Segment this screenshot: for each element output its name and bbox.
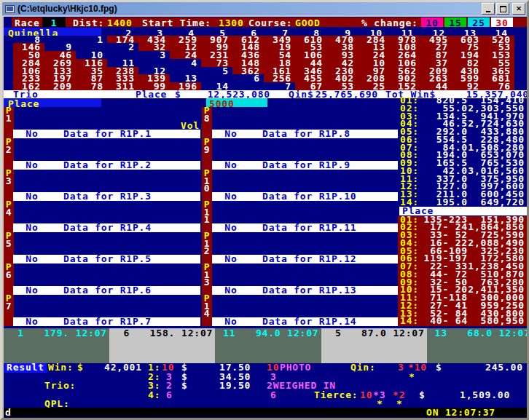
ticker-odds: 179. [24,328,69,338]
app-icon [5,5,15,13]
no-data-strip: No Data for R1P.2 [13,161,200,170]
pool-indicator-bar-12: P12 [202,232,212,264]
ticker-time: 12:07 [493,328,528,338]
race-number: 1 [42,17,66,27]
quinella-matrix: 8117443425990761234961047028497849560352… [4,36,528,91]
no-data-strip: No Data for R1P.12 [212,255,398,264]
ticker-row: 1194.012:07 [215,328,321,338]
place-pool-label: Place [136,90,167,99]
window-title: (C:\etqlucky\Hkjc10.fpg) [17,4,117,14]
result-token: 10 [360,391,372,400]
no-data-strip: No Data for R1P.3 [13,192,200,201]
pool-indicator-bar-2: P2 [4,138,14,170]
runner-number: 8 [202,115,212,123]
result-token: 4: [148,391,160,400]
result-line: Trio:3:2$19.502WEIGHED IN [4,381,528,391]
place-odds-row: 14:40- 64580,950 [398,317,528,325]
change-option-30[interactable]: 30 [491,17,513,27]
status-bar: d ON 12:07:37 [4,408,528,417]
result-token: $ [436,363,442,373]
ticker-time: 12:07 [69,328,107,338]
place-section-title: Place [4,98,101,107]
result-line: 4:66Tierce:10*3*2$1,509.00 [4,391,528,400]
no-data-strip: No Data for R1P.13 [212,286,398,295]
no-data-strip: No Data for R1P.14 [212,317,398,326]
pool-indicator-bar-3: P3 [4,170,14,201]
result-token: 42,001 [104,363,142,373]
qin-pool-value: 25,765,690 [313,90,378,99]
minimize-button[interactable] [482,3,495,15]
no-data-strip: No Data for R1P.7 [13,317,200,326]
quinella-odds-cell: 311 [107,82,138,90]
change-option-10[interactable]: 10 [421,17,443,27]
no-data-strip: No Data for R1P.4 [13,223,200,232]
no-data-strip: No Data for R1P.6 [13,286,200,295]
ticker-horse-number: 13 [427,328,447,338]
no-data-strip: No Data for R1P.11 [212,223,398,232]
vol-input[interactable]: 5000 [206,98,267,107]
result-token: 6 [166,391,173,400]
result-token: 245.00 [485,363,523,373]
ticker-row: 587.012:07 [321,328,427,338]
result-line: 2:3$34.503* [4,373,528,382]
ticker-odds: 68.0 [447,328,493,338]
ticker-horse-number: 1 [4,328,24,338]
ticker-odds: 87.0 [342,328,387,338]
runner-number: 7 [4,303,14,311]
ticker-panel: 6158.12:07 [109,328,215,363]
ticker-odds: 94.0 [235,328,281,338]
runner-number: 12 [202,240,212,255]
ticker-time: 12:07 [281,328,318,338]
quinella-horse-number: 1 [76,36,107,44]
ticker-horse-number: 6 [109,328,130,338]
app-window: (C:\etqlucky\Hkjc10.fpg) ✕ Race 1 Dist: … [0,0,529,420]
result-token: * [409,373,415,382]
race-info-bar: Race 1 Dist: 1400 Start Time: 1300 Cours… [12,17,528,27]
quinella-odds-cell: 78 [76,82,107,90]
ticker-panel: 1179.12:07 [4,328,109,363]
last-bets-ticker: 1179.12:076158.12:071194.012:07587.012:0… [4,328,528,363]
result-label: Result [4,363,47,373]
pool-indicator-bar-6: P6 [4,264,14,295]
change-option-25[interactable]: 25 [468,17,490,27]
no-data-strip: No Data for R1P.5 [13,255,200,264]
quinella-horse-number: 3 [138,51,170,59]
win-label: Win: [48,363,74,373]
result-token: 3 [398,363,404,373]
minimize-icon [486,11,490,12]
main-screen: Race 1 Dist: 1400 Start Time: 1300 Cours… [4,17,528,419]
maximize-icon [500,6,506,12]
runner-number: 2 [4,146,14,154]
no-data-strip: No Data for R1P.10 [212,192,398,201]
change-option-15[interactable]: 15 [444,17,466,27]
win-odds-list: 01:820.5154,41002:55.02,303,55003:134.59… [398,97,528,207]
ticker-panel: 1368.012:07 [427,328,528,363]
pool-indicator-bar-13: P13 [202,264,212,295]
maximize-button[interactable] [496,3,509,15]
ticker-row: 1179.12:07 [4,328,109,338]
pool-indicator-bar-14: P14 [202,295,212,326]
results-section: ResultWin:$42,0011:10$17.5010PHOTOQin:3*… [4,363,528,408]
close-icon: ✕ [516,5,522,12]
runner-number: 3 [4,178,14,186]
qin-label: Qin: [350,363,376,373]
pool-indicator-bar-7: P7 [4,295,14,326]
runner-number: 10 [202,178,212,193]
close-button[interactable]: ✕ [512,3,525,15]
result-token: 1,509.00 [460,391,510,400]
runner-number: 4 [4,209,14,217]
odds-value: 40- 64 [420,317,468,325]
quinella-horse-number: 4 [170,59,201,67]
ticker-horse-number: 5 [321,328,342,338]
place-pool-value: 12,523,080 [205,90,270,99]
ticker-odds: 158. [130,328,175,338]
runner-number: 14 [202,303,212,318]
no-data-strip: No Data for R1P.8 [212,130,398,138]
qin-pool-label: Qin$ [289,90,314,99]
place-pool-dollar: $ [175,90,181,99]
no-data-strip: No Data for R1P.1 [13,130,200,138]
trio-result-label: Trio: [44,381,76,391]
ticker-horse-number: 11 [215,328,235,338]
title-bar: (C:\etqlucky\Hkjc10.fpg) ✕ [2,2,527,15]
tierce-label: Tierce: [314,391,358,400]
